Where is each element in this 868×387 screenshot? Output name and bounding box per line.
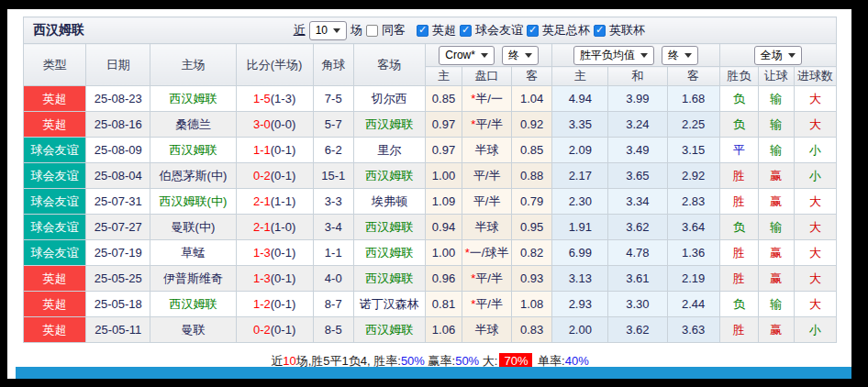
- cell-avg-home-odds: 6.99: [552, 240, 608, 266]
- cell-avg-away-odds: 3.15: [667, 138, 719, 163]
- chevron-down-icon: [684, 53, 692, 61]
- cell-goals-result: 小: [794, 163, 836, 189]
- cell-home-team: 伯恩茅斯(中): [150, 163, 236, 189]
- cell-avg-away-odds: 2.19: [667, 266, 719, 292]
- cell-match-type: 球会友谊: [24, 138, 86, 163]
- cell-corners: 3-4: [313, 215, 353, 240]
- cell-avg-away-odds: 2.92: [667, 163, 719, 189]
- cell-wdl-result: 平: [719, 138, 758, 163]
- league-checkbox-friendly[interactable]: [460, 25, 472, 37]
- win-rate-label: 胜率:: [373, 354, 401, 368]
- page-title: 西汉姆联: [33, 22, 84, 39]
- cell-avg-home-odds: 1.91: [552, 215, 608, 240]
- near-count-select[interactable]: 10: [309, 21, 347, 40]
- cell-away-team: 西汉姆联: [353, 163, 425, 189]
- cell-avg-away-odds: 1.68: [667, 86, 719, 112]
- cell-avg-home-odds: 3.13: [552, 266, 608, 292]
- table-row: 英超25-05-11曼联0-2(0-1)8-5西汉姆联1.06半球0.832.0…: [24, 317, 837, 343]
- table-row: 球会友谊25-08-04伯恩茅斯(中)0-2(0-1)15-1西汉姆联1.00平…: [24, 163, 837, 189]
- cell-match-type: 球会友谊: [24, 240, 86, 266]
- cell-crow-home-odds: 1.06: [425, 317, 462, 343]
- table-row: 英超25-05-18西汉姆联1-2(0-1)8-7诺丁汉森林0.81*平/半1.…: [24, 292, 837, 317]
- cell-away-team: 里尔: [353, 138, 425, 163]
- cell-crow-home-odds: 0.94: [425, 215, 462, 240]
- odds-stage-select[interactable]: 终: [502, 46, 539, 65]
- sub-header-handicap: 盘口: [462, 67, 512, 86]
- star-marker: *: [471, 117, 475, 131]
- bottom-bar: [16, 367, 851, 379]
- cell-score: 1-5(1-3): [236, 86, 313, 112]
- league-checkbox-epl[interactable]: [417, 25, 428, 37]
- cell-avg-draw-odds: 4.78: [608, 240, 667, 266]
- table-row: 球会友谊25-07-19草蜢1-3(0-1)1-1西汉姆联1.00*一/球半0.…: [24, 240, 837, 266]
- halftime-score: (0-1): [271, 169, 295, 182]
- cell-date: 25-08-09: [86, 138, 150, 163]
- big-rate-label: 大:: [483, 354, 498, 368]
- table-row: 英超25-08-16桑德兰3-0(0-0)5-7西汉姆联0.97*平/半0.92…: [24, 112, 837, 138]
- cell-date: 25-08-04: [86, 163, 150, 189]
- cell-avg-away-odds: 2.44: [667, 292, 719, 317]
- sub-header-wdl: 胜负: [719, 67, 758, 86]
- avg-stage-select[interactable]: 终: [662, 46, 698, 65]
- cell-match-type: 球会友谊: [24, 189, 86, 215]
- cell-crow-away-odds: 0.83: [512, 317, 552, 343]
- cell-score: 2-1(1-1): [236, 189, 313, 215]
- cell-corners: 4-0: [313, 266, 353, 292]
- table-body: 英超25-08-23西汉姆联1-5(1-3)7-5切尔西0.85*半/一1.04…: [24, 86, 837, 343]
- sub-header-cover: 让球: [758, 67, 794, 86]
- cell-crow-away-odds: 1.04: [512, 86, 552, 112]
- col-header-score: 比分(半场): [236, 44, 313, 86]
- chevron-down-icon: [525, 53, 532, 61]
- cover-rate-label: 赢率:: [428, 354, 456, 368]
- cell-goals-result: 大: [794, 112, 836, 138]
- cell-match-type: 英超: [24, 86, 86, 112]
- bookmaker-select[interactable]: Crow*: [439, 46, 495, 65]
- cell-avg-away-odds: 3.64: [667, 215, 719, 240]
- cell-date: 25-05-18: [86, 292, 150, 317]
- cell-avg-draw-odds: 3.65: [608, 163, 667, 189]
- chevron-down-icon: [640, 53, 648, 61]
- fulltime-score: 3-0: [253, 117, 271, 131]
- same-away-checkbox[interactable]: [366, 25, 378, 37]
- cell-away-team: 诺丁汉森林: [353, 292, 425, 317]
- halftime-score: (1-0): [271, 220, 295, 234]
- scope-select[interactable]: 全场: [754, 46, 802, 65]
- cell-corners: 6-2: [313, 138, 353, 163]
- near-link[interactable]: 近: [294, 22, 306, 39]
- table-row: 英超25-05-25伊普斯维奇1-3(0-1)4-0西汉姆联0.96*平/半0.…: [24, 266, 837, 292]
- cell-crow-away-odds: 0.93: [512, 266, 552, 292]
- cell-avg-home-odds: 4.94: [552, 86, 608, 112]
- table-row: 英超25-08-23西汉姆联1-5(1-3)7-5切尔西0.85*半/一1.04…: [24, 86, 837, 112]
- halftime-score: (0-1): [271, 297, 295, 311]
- league-label-eflcup: 英联杯: [609, 22, 645, 39]
- league-checkbox-facup[interactable]: [527, 25, 539, 37]
- cell-crow-away-odds: 0.82: [512, 240, 552, 266]
- col-header-away: 客场: [353, 44, 425, 86]
- cell-wdl-result: 负: [719, 112, 758, 138]
- halftime-score: (0-1): [271, 246, 295, 260]
- avg-odds-select[interactable]: 胜平负均值: [573, 46, 654, 65]
- cover-rate-value: 50%: [455, 354, 479, 368]
- halftime-score: (0-1): [271, 143, 295, 157]
- league-label-friendly: 球会友谊: [475, 22, 523, 39]
- cell-crow-away-odds: 0.88: [512, 163, 552, 189]
- league-checkbox-eflcup[interactable]: [594, 25, 606, 37]
- page: { "title": "西汉姆联", "filters": { "near_la…: [0, 0, 868, 387]
- cell-away-team: 西汉姆联: [353, 266, 425, 292]
- cell-score: 2-1(1-0): [236, 215, 313, 240]
- cell-match-type: 英超: [24, 317, 86, 343]
- cell-away-team: 西汉姆联: [353, 215, 425, 240]
- sub-header-crow-away: 客: [512, 67, 552, 86]
- cell-wdl-result: 胜: [719, 266, 758, 292]
- single-rate-label: 单率:: [538, 354, 565, 368]
- cell-handicap-result: 输: [758, 215, 794, 240]
- win-rate-value: 50%: [401, 354, 425, 368]
- cell-avg-draw-odds: 3.62: [608, 215, 667, 240]
- cell-handicap: *半/一: [462, 86, 512, 112]
- sub-header-goals: 进球数: [794, 67, 836, 86]
- col-header-corners: 角球: [313, 44, 353, 86]
- summary-count: 10: [283, 354, 295, 368]
- cell-goals-result: 大: [794, 292, 836, 317]
- cell-avg-draw-odds: 3.49: [608, 138, 667, 163]
- cell-handicap-result: 赢: [758, 240, 794, 266]
